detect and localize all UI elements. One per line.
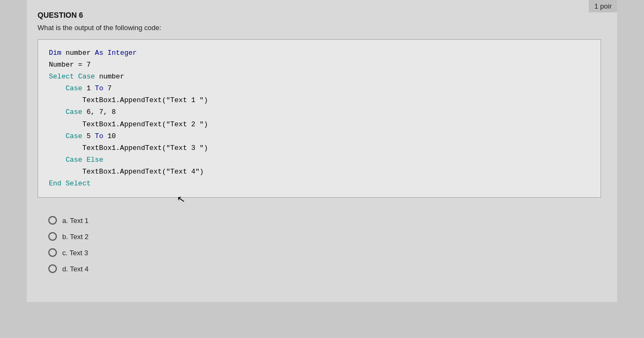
radio-b[interactable] — [48, 232, 57, 241]
code-line-7: TextBox1.AppendText("Text 2 ") — [49, 119, 590, 131]
options-area: a. Text 1 b. Text 2 c. Text 3 d. Text 4 — [38, 211, 601, 286]
question-text: What is the output of the following code… — [38, 24, 601, 32]
code-line-12: End Select — [49, 178, 590, 190]
code-line-1: Dim number As Integer — [49, 47, 590, 59]
code-line-8: Case 5 To 10 — [49, 131, 590, 142]
code-line-2: Number = 7 — [49, 59, 590, 71]
option-b[interactable]: b. Text 2 — [48, 232, 590, 241]
points-badge: 1 poir — [589, 0, 617, 12]
page-container: 1 poir QUESTION 6 What is the output of … — [0, 0, 644, 338]
option-c[interactable]: c. Text 3 — [48, 248, 590, 257]
option-a[interactable]: a. Text 1 — [48, 216, 590, 225]
points-label: 1 poir — [594, 2, 612, 10]
code-line-11: TextBox1.AppendText("Text 4") — [49, 166, 590, 178]
radio-d[interactable] — [48, 264, 57, 273]
radio-c[interactable] — [48, 248, 57, 257]
code-line-5: TextBox1.AppendText("Text 1 ") — [49, 95, 590, 106]
code-line-3: Select Case number — [49, 71, 590, 83]
content-area: 1 poir QUESTION 6 What is the output of … — [27, 0, 617, 302]
option-d[interactable]: d. Text 4 — [48, 264, 590, 273]
option-b-label: b. Text 2 — [62, 233, 89, 241]
code-line-10: Case Else — [49, 154, 590, 166]
code-line-9: TextBox1.AppendText("Text 3 ") — [49, 142, 590, 154]
radio-a[interactable] — [48, 216, 57, 225]
code-line-6: Case 6, 7, 8 — [49, 106, 590, 118]
code-block: Dim number As Integer Number = 7 Select … — [38, 39, 601, 198]
question-title: QUESTION 6 — [38, 11, 601, 19]
option-d-label: d. Text 4 — [62, 265, 89, 273]
code-line-4: Case 1 To 7 — [49, 83, 590, 95]
option-c-label: c. Text 3 — [62, 249, 88, 257]
option-a-label: a. Text 1 — [62, 217, 89, 225]
